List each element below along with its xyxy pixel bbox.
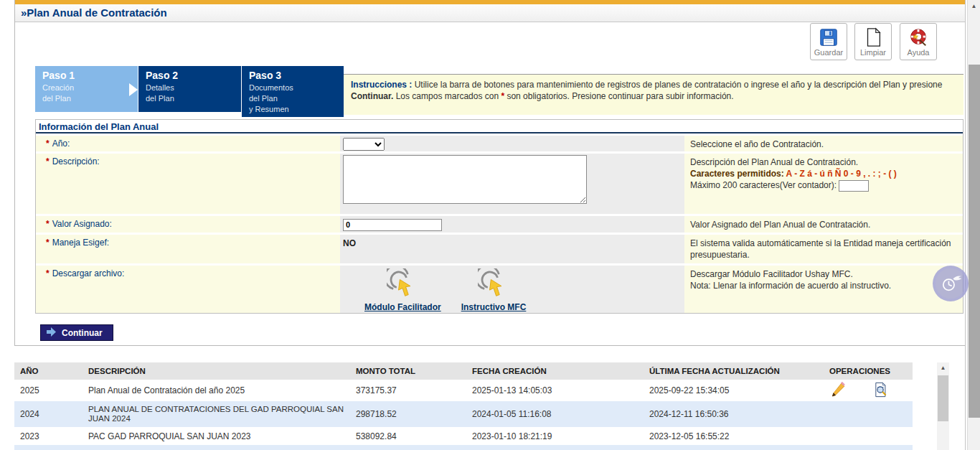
page-scrollbar-thumb[interactable] [969, 65, 980, 418]
table-row: 2022 PAC GAD PARROQUIAL SAN JUAN 2022 27… [14, 445, 913, 450]
caracteres-permitidos-label: Caracteres permitidos: [690, 169, 784, 179]
anio-select[interactable] [343, 138, 385, 151]
contador-label: Máximo 200 caracteres(Ver contador): [690, 180, 839, 190]
instructions-text-3: son obligatorios. Presione continuar par… [504, 91, 734, 101]
cell-operaciones [824, 382, 913, 400]
esigef-value: NO [343, 238, 356, 248]
table-scrollbar[interactable]: ▲ [937, 362, 949, 450]
help-button[interactable]: Ayuda [900, 23, 937, 60]
contador-input[interactable] [839, 180, 869, 192]
descargar-label-cell: *Descargar archivo: [36, 266, 340, 313]
step-3-documentos[interactable]: Paso 3 Documentos del Plan y Resumen [242, 66, 344, 117]
edit-pencil-icon[interactable] [829, 382, 847, 400]
instructions-bold-continuar: Continuar. [351, 91, 393, 101]
step-3-line2: del Plan [249, 93, 336, 104]
col-monto-total: MONTO TOTAL [350, 367, 466, 375]
step-2-line2: del Plan [146, 93, 234, 104]
cell-actualizacion: 2025-09-22 15:34:05 [644, 385, 824, 395]
form-row-descargar: *Descargar archivo: Módulo Facilitador [36, 266, 963, 313]
descripcion-help: Descripción del Plan Anual de Contrataci… [684, 154, 963, 214]
anio-label-cell: *Año: [36, 136, 340, 151]
step-2-line1: Detalles [146, 83, 234, 93]
form-row-anio: *Año: Seleccione el año de Contratación. [36, 136, 963, 151]
step-1-line1: Creación [42, 83, 131, 93]
descargar-label: Descargar archivo: [52, 268, 125, 278]
form-section-title: Información del Plan Anual [36, 120, 963, 133]
anio-control-cell [340, 136, 684, 151]
descargar-help: Descargar Módulo Facilitador Ushay MFC. … [684, 266, 963, 313]
descripcion-control-cell [340, 154, 684, 214]
continuar-button[interactable]: Continuar [40, 324, 113, 341]
descripcion-label-cell: *Descripción: [36, 154, 340, 214]
plan-form: Información del Plan Anual *Año: Selecci… [35, 119, 963, 314]
descargar-help-line1: Descargar Módulo Facilitador Ushay MFC. [690, 269, 853, 279]
form-row-valor: *Valor Asignado: Valor Asignado del Plan… [36, 216, 963, 233]
table-scrollbar-thumb[interactable] [938, 375, 948, 421]
cell-anio: 2023 [14, 431, 83, 441]
cell-anio: 2025 [14, 385, 83, 395]
valor-label: Valor Asignado: [52, 219, 112, 229]
step-3-line3: y Resumen [249, 104, 336, 115]
help-label: Ayuda [900, 48, 936, 57]
cell-descripcion: PLAN ANUAL DE CONTRATACIONES DEL GAD PAR… [83, 405, 350, 423]
form-row-esigef: *Maneja Esigef: NO El sistema valida aut… [36, 235, 963, 263]
required-asterisk: * [46, 238, 50, 248]
blank-page-icon [855, 24, 891, 48]
col-operaciones: OPERACIONES [824, 367, 913, 375]
form-row-descripcion: *Descripción: Descripción del Plan Anual… [36, 154, 963, 214]
esigef-label: Maneja Esigef: [52, 238, 109, 248]
main-panel: »Plan Anual de Contratación Guardar Limp… [14, 0, 966, 346]
save-button[interactable]: Guardar [810, 23, 847, 60]
nota-text: Llenar la información de acuerdo al inst… [711, 281, 891, 291]
instructions-text-2: Los campos marcados con [393, 91, 501, 101]
download-click-icon [478, 268, 509, 301]
download-click-icon [387, 268, 418, 301]
instructions-panel: Instrucciones : Utilice la barra de boto… [344, 74, 963, 115]
descripcion-help-line1: Descripción del Plan Anual de Contrataci… [690, 157, 858, 167]
title-bar: »Plan Anual de Contratación [15, 4, 966, 22]
cell-fecha-creacion: 2023-01-10 18:21:19 [466, 431, 644, 441]
clear-label: Limpiar [855, 48, 891, 57]
active-step-arrow-icon [129, 83, 138, 96]
required-asterisk: * [46, 219, 50, 229]
modulo-facilitador-label: Módulo Facilitador [364, 302, 441, 312]
col-fecha-creacion: FECHA CREACIÓN [466, 367, 644, 375]
instructivo-mfc-link[interactable]: Instructivo MFC [461, 268, 527, 312]
valor-input[interactable] [343, 219, 442, 231]
page-scrollbar[interactable]: ▲ [967, 0, 980, 450]
descargar-control-cell: Módulo Facilitador Instructivo MFC [340, 266, 684, 313]
step-1-line2: del Plan [42, 93, 131, 104]
step-1-creacion[interactable]: Paso 1 Creación del Plan [35, 66, 138, 112]
winged-clock-icon [938, 271, 963, 296]
save-label: Guardar [811, 48, 847, 57]
cell-anio: 2024 [14, 409, 83, 419]
esigef-label-cell: *Maneja Esigef: [36, 235, 340, 263]
esigef-help: El sistema valida automáticamente si la … [684, 235, 963, 263]
save-icon [811, 24, 847, 48]
cell-descripcion: Plan Anual de Contratación del año 2025 [83, 385, 350, 395]
step-3-title: Paso 3 [249, 70, 336, 81]
table-header-row: AÑO DESCRIPCIÓN MONTO TOTAL FECHA CREACI… [14, 362, 913, 380]
view-detail-icon[interactable] [872, 382, 888, 400]
step-1-title: Paso 1 [42, 70, 131, 81]
cell-actualizacion: 2024-12-11 16:50:36 [644, 409, 824, 419]
scroll-up-icon[interactable]: ▲ [937, 362, 949, 371]
table-row: 2025 Plan Anual de Contratación del año … [14, 380, 913, 401]
cell-descripcion: PAC GAD PARROQUIAL SAN JUAN 2023 [83, 431, 350, 441]
instructions-text-1: Utilice la barra de botones para manteni… [415, 80, 943, 90]
page-title: »Plan Anual de Contratación [21, 6, 167, 19]
caracteres-permitidos-chars: A - Z á - ú ñ Ñ 0 - 9 , . : ; - ( ) [784, 169, 897, 179]
modulo-facilitador-link[interactable]: Módulo Facilitador [364, 268, 441, 312]
cell-monto: 538092.84 [350, 431, 466, 441]
valor-label-cell: *Valor Asignado: [36, 216, 340, 233]
cell-monto: 373175.37 [350, 385, 466, 395]
content-right-border [965, 0, 966, 450]
table-row: 2024 PLAN ANUAL DE CONTRATACIONES DEL GA… [14, 401, 913, 427]
descripcion-textarea[interactable] [343, 155, 587, 204]
step-2-title: Paso 2 [146, 70, 234, 81]
table-row: 2023 PAC GAD PARROQUIAL SAN JUAN 2023 53… [14, 427, 913, 445]
clear-button[interactable]: Limpiar [854, 23, 892, 60]
session-clock-widget[interactable] [933, 266, 969, 301]
scroll-up-icon[interactable]: ▲ [968, 0, 980, 9]
step-2-detalles[interactable]: Paso 2 Detalles del Plan [138, 66, 241, 112]
